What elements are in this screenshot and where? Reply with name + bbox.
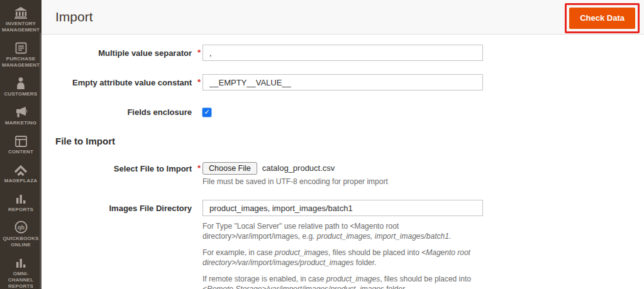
help-text-italic: product_images [326,275,380,283]
choose-file-button[interactable]: Choose File [203,162,257,175]
help-text-italic: product_images, import_images/batch1 [317,232,449,241]
help-text-italic: product_images [275,248,328,257]
help-text: For example, in case [203,248,275,257]
annotation-highlight-box: Check Data [565,3,640,33]
sidebar-item-label: QUICKBOOKS [3,236,38,242]
sidebar-item-customers[interactable]: CUSTOMERS [1,77,41,97]
help-text: , files should be placed into [328,248,421,257]
help-text: . [449,232,451,241]
form-row-select-file: Select File to Import* Choose Filecatalo… [55,162,644,175]
svg-text:qb: qb [18,224,25,231]
megaphone-icon [14,106,27,118]
images-directory-input[interactable] [203,200,483,216]
sidebar-item-purchase-management[interactable]: PURCHASEMANAGEMENT [1,41,41,68]
page-title: Import [55,9,93,25]
required-asterisk: * [197,163,201,173]
sidebar-item-mageplaza[interactable]: MAGEPLAZA [1,163,41,184]
help-paragraph: If remote storage is enabled, in case pr… [203,274,487,289]
sidebar-item-label: OMNI- [13,271,29,277]
page-header: Import Check Data [42,0,644,35]
bank-icon [14,6,28,19]
form-row-images-directory: Images File Directory [55,200,644,216]
sidebar-item-label: MANAGEMENT [2,62,40,68]
form-row-separator: Multiple value separator* [55,45,644,61]
form-row-empty-constant: Empty attribute value constant* [55,74,644,90]
fields-enclosure-label: Fields enclosure [55,107,192,117]
sidebar-item-label: MARKETING [5,120,36,126]
main-panel: Import Check Data Multiple value separat… [42,0,644,289]
help-text-italic: <Remote Storage>/var/import/images/produ… [203,285,384,289]
bar-chart-icon [16,256,26,269]
required-asterisk: * [197,48,201,57]
help-paragraph: For Type "Local Server" use relative pat… [203,221,487,241]
sidebar-item-label: ONLINE [11,242,30,248]
help-text: , files should be placed into [380,275,471,283]
select-file-label: Select File to Import* [55,164,192,173]
sidebar-item-label: INVENTORY [6,21,36,27]
purchase-document-icon [15,41,27,54]
import-form: Multiple value separator* Empty attribut… [42,35,644,289]
sidebar-item-label: REPORTS [8,283,33,289]
empty-constant-label: Empty attribute value constant* [55,78,192,87]
images-directory-help: For Type "Local Server" use relative pat… [203,221,487,289]
sidebar-item-marketing[interactable]: MARKETING [1,106,41,126]
help-paragraph: For example, in case product_images, fil… [203,248,487,268]
sidebar-item-content[interactable]: CONTENT [1,134,41,155]
sidebar-item-omni-channel-reports[interactable]: OMNI-CHANNELREPORTS [1,256,41,289]
sidebar-item-label: CONTENT [8,149,33,155]
mageplaza-chevron-icon [14,163,28,176]
help-text: If remote storage is enabled, in case [203,275,326,283]
help-text: folder. [384,285,407,289]
sidebar-item-reports[interactable]: REPORTS [1,192,41,213]
sidebar-item-label: PURCHASE [6,56,36,62]
bar-chart-icon [16,192,26,205]
sidebar-item-label: CHANNEL [8,277,34,283]
import-page: INVENTORYMANAGEMENTPURCHASEMANAGEMENTCUS… [0,0,644,289]
sidebar-item-inventory-management[interactable]: INVENTORYMANAGEMENT [1,6,41,33]
required-asterisk: * [197,77,201,87]
help-text: folder. [353,258,376,267]
separator-input[interactable] [203,45,483,61]
quickbooks-icon: qb [14,221,28,234]
person-icon [16,77,25,89]
sidebar-item-label: MANAGEMENT [2,27,40,33]
layout-icon [15,134,27,147]
admin-sidebar: INVENTORYMANAGEMENTPURCHASEMANAGEMENTCUS… [0,0,42,289]
fields-enclosure-checkbox[interactable]: ✓ [203,108,211,117]
sidebar-item-label: CUSTOMERS [4,91,38,97]
sidebar-item-quickbooks-online[interactable]: qbQUICKBOOKSONLINE [1,221,41,248]
sidebar-item-label: REPORTS [8,207,33,213]
separator-label: Multiple value separator* [55,48,192,58]
checkmark-icon: ✓ [204,109,209,116]
form-row-fields-enclosure: Fields enclosure ✓ [55,107,644,117]
utf8-note: File must be saved in UTF-8 encoding for… [203,177,644,186]
images-directory-label: Images File Directory [55,204,192,213]
selected-filename: catalog_product.csv [262,163,335,173]
empty-constant-input[interactable] [203,74,483,90]
check-data-button[interactable]: Check Data [569,8,635,29]
sidebar-item-label: MAGEPLAZA [4,178,37,184]
file-to-import-heading: File to Import [55,136,644,146]
